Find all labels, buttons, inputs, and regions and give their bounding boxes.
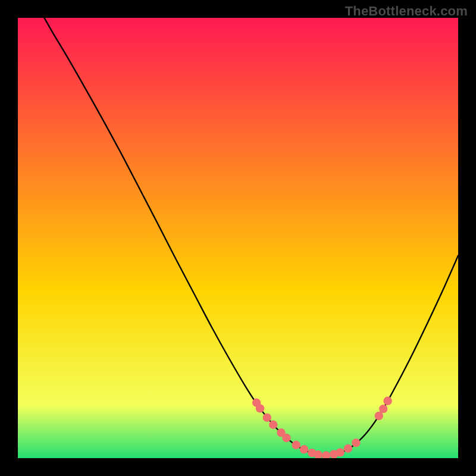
data-dot [379, 405, 387, 413]
watermark-text: TheBottleneck.com [345, 4, 468, 19]
chart-plot [18, 18, 458, 458]
data-dot [336, 448, 344, 456]
data-dot [300, 445, 308, 453]
chart-svg [18, 18, 458, 458]
data-dot [383, 397, 392, 405]
data-dot [256, 404, 264, 412]
data-dot [344, 444, 352, 453]
data-dot [269, 421, 277, 429]
chart-frame: TheBottleneck.com [0, 0, 476, 476]
data-dot [292, 441, 300, 449]
data-dot [282, 434, 290, 442]
data-dot [263, 414, 271, 422]
data-dot [352, 439, 360, 447]
